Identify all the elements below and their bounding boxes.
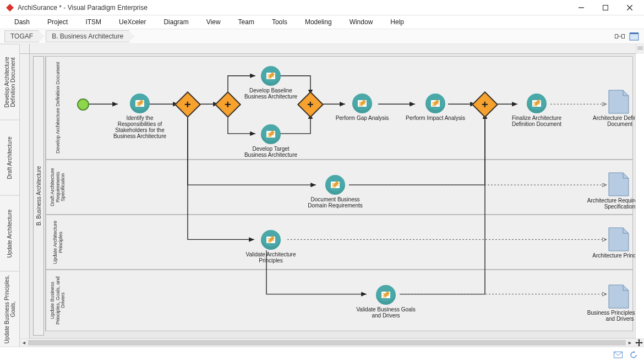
switch-view-icon[interactable]: [629, 31, 640, 42]
artifact-label: Architecture Principles: [587, 253, 636, 259]
task-validate-goals[interactable]: Validate Business Goals and Drivers: [356, 285, 416, 319]
menu-window[interactable]: Window: [342, 17, 381, 27]
task-label: Validate Business Goals and Drivers: [356, 306, 416, 319]
artifact-principles[interactable]: Architecture Principles: [608, 227, 632, 255]
diagram-overview-icon[interactable]: [614, 31, 625, 42]
lane-label-update-business: Update Business Principles, Goals, and D…: [46, 270, 70, 331]
window-title: ArchiSurance * - Visual Paradigm Enterpr…: [18, 4, 569, 12]
task-label: Finalize Architecture Definition Documen…: [506, 115, 567, 127]
task-label: Develop Target Business Architecture: [243, 146, 298, 158]
sidetab-develop-add[interactable]: Develop Architecture Definition Document: [0, 44, 19, 120]
task-identify-stakeholders[interactable]: Identify the Responsibilities of Stakeho…: [107, 94, 173, 139]
task-validate-principles[interactable]: Validate Architecture Principles: [243, 230, 298, 264]
task-icon: [261, 230, 281, 250]
diagram-canvas[interactable]: B. Business Architecture Develop Archite…: [30, 54, 636, 338]
task-label: Document Business Domain Requirements: [305, 196, 365, 209]
menu-dash[interactable]: Dash: [7, 17, 37, 27]
task-label: Perform Gap Analysis: [335, 115, 390, 121]
minimize-button[interactable]: [569, 0, 593, 15]
sidetab-update-business[interactable]: Update Business Principles, Goals,: [0, 271, 19, 347]
task-impact-analysis[interactable]: Perform Impact Analysis: [405, 94, 466, 121]
statusbar: [0, 347, 644, 362]
start-event[interactable]: [77, 98, 89, 111]
artifact-ars[interactable]: Architecture Requirements Specification: [608, 172, 632, 200]
gateway-parallel-4[interactable]: +: [476, 95, 494, 114]
gateway-parallel-1[interactable]: +: [178, 95, 197, 114]
svg-rect-2: [603, 5, 608, 10]
gateway-parallel-3[interactable]: +: [301, 95, 320, 114]
task-document-requirements[interactable]: Document Business Domain Requirements: [305, 175, 365, 209]
task-label: Develop Baseline Business Architecture: [243, 87, 298, 100]
lane-update-business[interactable]: Update Business Principles, Goals, and D…: [45, 270, 633, 331]
lane-update-principles[interactable]: Update Architecture Principles: [45, 215, 633, 270]
svg-rect-8: [630, 34, 638, 40]
task-finalize-add[interactable]: Finalize Architecture Definition Documen…: [506, 94, 567, 127]
close-button[interactable]: [618, 0, 642, 15]
artifact-label: Architecture Requirements Specification: [587, 198, 636, 210]
breadcrumb-bar: TOGAF B. Business Architecture: [0, 29, 644, 44]
pool-label[interactable]: B. Business Architecture: [33, 56, 44, 336]
task-icon: [527, 94, 547, 113]
menu-diagram[interactable]: Diagram: [156, 17, 196, 27]
svg-marker-0: [6, 4, 14, 12]
svg-rect-6: [622, 35, 625, 39]
scrollbar-vertical[interactable]: [636, 44, 644, 54]
menu-itsm[interactable]: ITSM: [78, 17, 109, 27]
task-icon: [130, 94, 150, 113]
scrollbar-horizontal[interactable]: ◄ ►: [20, 338, 644, 347]
task-label: Validate Architecture Principles: [243, 251, 298, 264]
task-icon: [325, 175, 345, 195]
menu-team[interactable]: Team: [231, 17, 262, 27]
refresh-icon[interactable]: [629, 350, 638, 360]
menu-view[interactable]: View: [199, 17, 228, 27]
task-icon: [425, 94, 445, 113]
svg-rect-5: [615, 35, 618, 39]
task-icon: [352, 94, 372, 113]
mail-icon[interactable]: [613, 350, 623, 360]
menu-modeling[interactable]: Modeling: [297, 17, 340, 27]
artifact-label: Business Principles, Goals and Drivers: [587, 310, 636, 322]
task-gap-analysis[interactable]: Perform Gap Analysis: [335, 94, 390, 121]
maximize-button[interactable]: [593, 0, 618, 15]
ruler-horizontal: [30, 44, 636, 54]
gateway-parallel-2[interactable]: +: [219, 95, 237, 114]
lane-label-update-principles: Update Architecture Principles: [46, 215, 70, 269]
task-label: Perform Impact Analysis: [405, 115, 466, 121]
lane-label-draft: Draft Architecture Requirements Specific…: [46, 160, 70, 214]
menu-uexceler[interactable]: UeXceler: [111, 17, 154, 27]
artifact-add[interactable]: Architecture Definition Document: [608, 89, 632, 118]
app-logo-icon: [6, 3, 14, 12]
canvas-wrap: B. Business Architecture Develop Archite…: [20, 44, 644, 347]
menu-project[interactable]: Project: [40, 17, 75, 27]
side-tabs: Develop Architecture Definition Document…: [0, 44, 20, 347]
menubar: Dash Project ITSM UeXceler Diagram View …: [0, 15, 644, 29]
task-develop-baseline[interactable]: Develop Baseline Business Architecture: [243, 66, 298, 100]
work-area: Develop Architecture Definition Document…: [0, 44, 644, 347]
menu-help[interactable]: Help: [383, 17, 412, 27]
artifact-bpgd[interactable]: Business Principles, Goals and Drivers: [608, 284, 632, 312]
lane-label-develop: Develop Architecture Definition Document: [46, 57, 70, 159]
titlebar: ArchiSurance * - Visual Paradigm Enterpr…: [0, 0, 644, 15]
task-develop-target[interactable]: Develop Target Business Architecture: [243, 124, 298, 158]
scroll-right-icon[interactable]: ►: [626, 339, 634, 347]
task-icon: [261, 124, 281, 144]
svg-rect-9: [630, 32, 638, 34]
ruler-vertical: [20, 54, 30, 338]
ruler-corner: [20, 44, 30, 54]
artifact-label: Architecture Definition Document: [587, 116, 636, 127]
breadcrumb-root[interactable]: TOGAF: [4, 30, 39, 42]
breadcrumb-current[interactable]: B. Business Architecture: [46, 30, 129, 42]
task-label: Identify the Responsibilities of Stakeho…: [107, 115, 173, 139]
sidetab-update-arch[interactable]: Update Architecture: [0, 195, 19, 271]
scroll-left-icon[interactable]: ◄: [20, 339, 28, 347]
task-icon: [376, 285, 396, 305]
task-icon: [261, 66, 281, 86]
menu-tools[interactable]: Tools: [264, 17, 295, 27]
sidetab-draft-arch[interactable]: Draft Architecture: [0, 120, 19, 196]
